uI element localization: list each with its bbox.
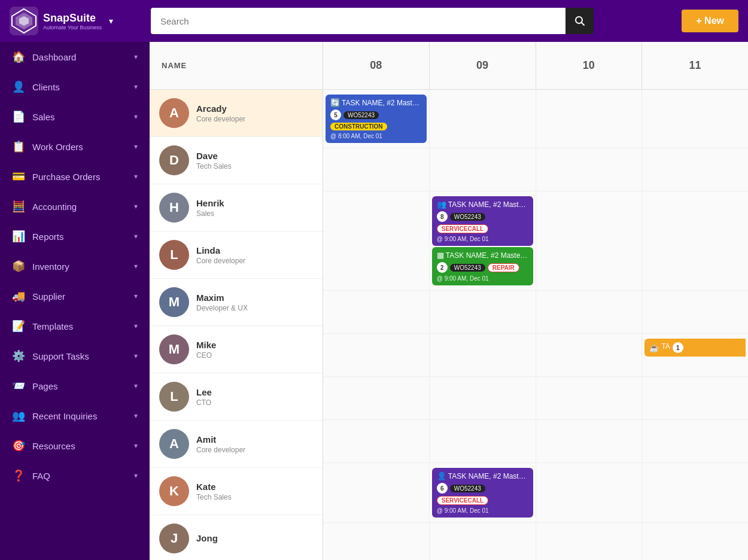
calendar-area: 08091011 🔄 TASK NAME, #2 Mastermind Toys… (323, 42, 748, 560)
task-meta: 8 WO52243 SERVICECALL @ 9:00 AM, Dec 01 (437, 211, 528, 242)
badge-wo: WO52243 (343, 111, 379, 119)
search-button[interactable] (565, 8, 594, 34)
task-time: @ 8:00 AM, Dec 01 (330, 133, 382, 139)
sidebar-item-dashboard[interactable]: 🏠 Dashboard ▾ (0, 42, 150, 72)
person-role-arcady: Core developer (196, 115, 245, 123)
task-card-henrik-d1[interactable]: ▦ TASK NAME, #2 Mastermind Toys - Roseda… (432, 247, 533, 285)
sidebar-label-purchase-orders: Purchase Orders (32, 172, 127, 182)
badge-construction: CONSTRUCTION (330, 123, 387, 130)
person-info-dave: Dave Tech Sales (196, 151, 232, 171)
avatar-linda: L (159, 240, 189, 270)
person-role-kate: Tech Sales (196, 493, 232, 501)
cell-lee-day3 (642, 420, 748, 462)
sidebar-item-templates[interactable]: 📝 Templates ▾ (0, 311, 150, 341)
badge-num: 2 (437, 262, 448, 273)
person-info-maxim: Maxim Developer & UX (196, 293, 248, 312)
badge-wo: WO52243 (450, 213, 485, 221)
sidebar-item-accounting[interactable]: 🧮 Accounting ▾ (0, 191, 150, 221)
task-time: @ 9:00 AM, Dec 01 (437, 275, 489, 282)
main-content: NAME A Arcady Core developer D Dave Tech… (150, 42, 748, 560)
chevron-recent-inquiries-icon: ▾ (134, 412, 138, 420)
cal-row-maxim: ☕ TA 1 (323, 334, 748, 377)
person-role-linda: Core developer (196, 257, 245, 265)
person-name-linda: Linda (196, 245, 245, 255)
cell-arcady-day1 (430, 90, 536, 148)
sidebar-item-resources[interactable]: 🎯 Resources ▾ (0, 431, 150, 461)
cal-row-linda (323, 291, 748, 334)
new-button[interactable]: + New (682, 10, 738, 32)
sidebar-item-supplier[interactable]: 🚚 Supplier ▾ (0, 281, 150, 311)
cell-maxim-day0 (323, 334, 430, 376)
cell-henrik-day0 (323, 191, 430, 290)
sidebar-item-recent-inquiries[interactable]: 👥 Recent Inquiries ▾ (0, 401, 150, 431)
sidebar-item-pages[interactable]: 📨 Pages ▾ (0, 371, 150, 401)
cell-mike-day1 (430, 377, 536, 419)
cell-mike-day3 (642, 377, 748, 419)
cell-maxim-day3: ☕ TA 1 (642, 334, 748, 376)
sidebar-item-reports[interactable]: 📊 Reports ▾ (0, 221, 150, 251)
cell-lee-day0 (323, 420, 430, 462)
cell-dave-day3 (642, 148, 748, 191)
person-role-dave: Tech Sales (196, 162, 232, 171)
sidebar-label-faq: FAQ (32, 471, 127, 481)
task-icon-amit: 👤 (437, 471, 446, 480)
chevron-work-orders-icon: ▾ (134, 142, 138, 151)
chevron-support-tasks-icon: ▾ (134, 352, 138, 360)
sidebar-item-clients[interactable]: 👤 Clients ▾ (0, 72, 150, 102)
sidebar-label-resources: Resources (32, 441, 127, 451)
task-time: @ 9:00 AM, Dec 01 (437, 236, 489, 242)
person-row-mike: M Mike CEO (150, 326, 323, 373)
calendar-header: 08091011 (323, 42, 748, 90)
cell-linda-day1 (430, 291, 536, 333)
person-row-arcady: A Arcady Core developer (150, 90, 323, 137)
cal-row-henrik: 👥 TASK NAME, #2 Mastermind Toys - Roseda… (323, 191, 748, 291)
task-card-arcady-d0[interactable]: 🔄 TASK NAME, #2 Mastermind Toys - Roseda… (326, 95, 427, 143)
templates-icon: 📝 (12, 319, 25, 333)
sidebar-label-accounting: Accounting (32, 202, 127, 212)
avatar-arcady: A (159, 98, 189, 128)
resources-icon: 🎯 (12, 439, 25, 452)
cell-henrik-day2 (536, 191, 643, 290)
badge-servicecall: SERVICECALL (437, 224, 488, 233)
cal-row-amit: 👤 TASK NAME, #2 Mastermind Toys - Roseda… (323, 463, 748, 523)
sidebar-item-work-orders[interactable]: 📋 Work Orders ▾ (0, 132, 150, 162)
sales-icon: 📄 (12, 110, 25, 123)
supplier-icon: 🚚 (12, 290, 25, 303)
badge-num: 5 (330, 109, 341, 120)
sidebar-item-faq[interactable]: ❓ FAQ ▾ (0, 461, 150, 491)
calendar-container: NAME A Arcady Core developer D Dave Tech… (150, 42, 748, 560)
task-card-henrik-d1[interactable]: 👥 TASK NAME, #2 Mastermind Toys - Roseda… (432, 196, 533, 246)
task-title-arcady: 🔄 TASK NAME, #2 Mastermind Toys - Roseda… (330, 98, 422, 107)
chevron-supplier-icon: ▾ (134, 292, 138, 300)
sidebar-item-purchase-orders[interactable]: 💳 Purchase Orders ▾ (0, 162, 150, 191)
person-info-linda: Linda Core developer (196, 245, 245, 265)
chevron-clients-icon: ▾ (134, 83, 138, 91)
badge-num: 1 (673, 342, 683, 353)
cell-lee-day2 (536, 420, 643, 462)
work-orders-icon: 📋 (12, 140, 25, 153)
task-meta: 2 WO52243 REPAIR @ 9:00 AM, Dec 01 (437, 262, 528, 282)
cell-linda-day0 (323, 291, 430, 333)
task-icon-henrik: 👥 (437, 200, 446, 209)
person-role-amit: Core developer (196, 446, 245, 454)
day-header-10: 10 (536, 42, 643, 89)
sidebar-label-support-tasks: Support Tasks (32, 351, 127, 361)
person-row-jong: J Jong (150, 515, 323, 560)
task-title-henrik: ▦ TASK NAME, #2 Mastermind Toys - Roseda… (437, 251, 528, 260)
task-card-maxim-d3[interactable]: ☕ TA 1 (644, 339, 746, 357)
task-card-amit-d1[interactable]: 👤 TASK NAME, #2 Mastermind Toys - Roseda… (432, 468, 533, 518)
search-input[interactable] (151, 8, 565, 34)
sidebar-item-support-tasks[interactable]: ⚙️ Support Tasks ▾ (0, 341, 150, 371)
chevron-faq-icon: ▾ (134, 471, 138, 480)
cell-maxim-day1 (430, 334, 536, 376)
cell-kate-day2 (536, 523, 643, 560)
person-row-linda: L Linda Core developer (150, 232, 323, 279)
sidebar-item-sales[interactable]: 📄 Sales ▾ (0, 102, 150, 132)
cell-dave-day0 (323, 148, 430, 191)
logo-chevron-icon[interactable]: ▾ (109, 16, 113, 26)
person-name-jong: Jong (196, 533, 218, 543)
cell-kate-day0 (323, 523, 430, 560)
person-info-jong: Jong (196, 533, 218, 544)
sidebar-item-inventory[interactable]: 📦 Inventory ▾ (0, 251, 150, 281)
sidebar: 🏠 Dashboard ▾ 👤 Clients ▾ 📄 Sales ▾ 📋 Wo… (0, 42, 150, 560)
